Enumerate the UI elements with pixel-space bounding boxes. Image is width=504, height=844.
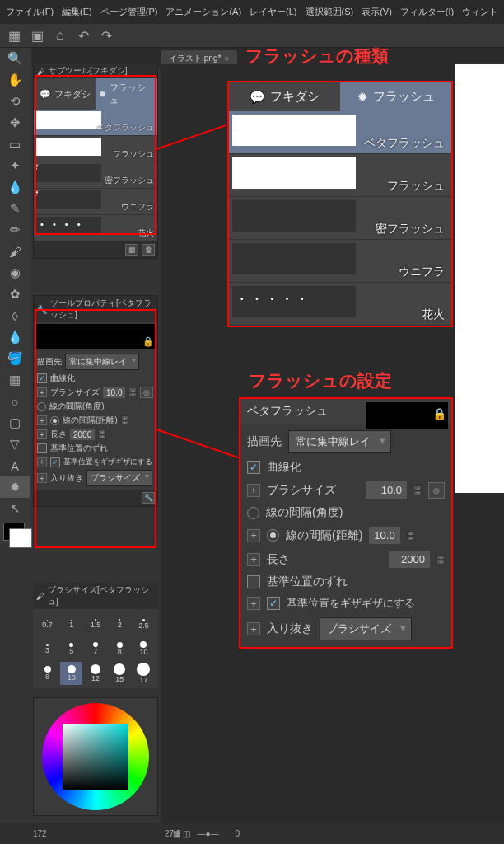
eyedropper-icon[interactable]: 💧 — [0, 176, 30, 198]
gap-dist-radio[interactable] — [267, 529, 279, 542]
enl-item-betaflash[interactable]: ベタフラッシュ — [229, 111, 451, 154]
enl-tab-balloon[interactable]: 💬 フキダシ — [229, 82, 340, 111]
settings-button[interactable]: 🔧 — [142, 492, 155, 504]
size-cell[interactable]: 2 — [109, 612, 131, 635]
length-spinner[interactable]: ▴▾ — [436, 555, 445, 565]
frame-icon[interactable]: ▢ — [0, 412, 30, 434]
length-value[interactable]: 2000 — [389, 551, 430, 568]
enl-tab-flash[interactable]: ✹ フラッシュ — [340, 82, 451, 111]
move-icon[interactable]: ✥ — [0, 112, 30, 134]
menu-window[interactable]: ウィント — [458, 3, 502, 21]
curve-checkbox[interactable]: ✓ — [247, 461, 260, 474]
gap-dist-spinner[interactable]: ▴▾ — [121, 415, 129, 425]
size-cell[interactable]: 1 — [60, 612, 82, 635]
menu-layer[interactable]: レイヤー(L) — [245, 3, 301, 21]
curve-checkbox[interactable]: ✓ — [37, 373, 47, 383]
airbrush-icon[interactable]: ◉ — [0, 262, 30, 284]
size-cell[interactable]: 7 — [84, 637, 106, 660]
gap-dist-spinner[interactable]: ▴▾ — [407, 531, 415, 541]
brush-dynamics-button[interactable]: ◎ — [428, 482, 445, 499]
blend-icon[interactable]: 💧 — [0, 326, 30, 348]
expand-button[interactable]: + — [37, 473, 47, 483]
status-icons[interactable]: ▦ ◫ — [173, 829, 190, 838]
expand-button[interactable]: + — [247, 622, 260, 635]
expand-button[interactable]: + — [37, 429, 47, 439]
brush-size-value[interactable]: 10.0 — [103, 387, 125, 398]
decoration-icon[interactable]: ✿ — [0, 284, 30, 305]
brush-icon[interactable]: 🖌 — [0, 241, 30, 262]
subtool-item-flash[interactable]: フラッシュ — [34, 136, 157, 162]
draw-dest-dropdown[interactable]: 常に集中線レイ — [288, 430, 391, 453]
menu-file[interactable]: ファイル(F) — [2, 3, 58, 21]
lock-icon[interactable]: 🔒 — [432, 407, 446, 420]
toolbar-open-icon[interactable]: ▣ — [26, 26, 49, 45]
ruler-icon[interactable]: ▽ — [0, 434, 30, 455]
hand-icon[interactable]: ✋ — [0, 69, 30, 91]
brush-size-spinner[interactable]: ▴▾ — [128, 387, 137, 397]
rotate-icon[interactable]: ⟲ — [0, 91, 30, 112]
lock-icon[interactable]: 🔒 — [142, 336, 154, 347]
size-cell[interactable]: 8 — [109, 637, 131, 660]
gradient-icon[interactable]: ▦ — [0, 369, 30, 391]
enl-item-dense[interactable]: 密フラッシュ — [229, 197, 451, 240]
color-square[interactable] — [63, 724, 128, 790]
subtool-item-uni[interactable]: ウニフラ — [34, 189, 157, 215]
menu-edit[interactable]: 編集(E) — [58, 3, 96, 21]
text-icon[interactable]: A — [0, 455, 30, 476]
zoom-icon[interactable]: 🔍 — [0, 48, 30, 69]
menu-view[interactable]: 表示(V) — [357, 3, 396, 21]
delete-button[interactable]: 🗑 — [142, 244, 155, 256]
close-icon[interactable]: × — [224, 54, 229, 63]
offset-checkbox[interactable]: ✓ — [37, 443, 47, 453]
size-cell[interactable]: 17 — [133, 662, 155, 685]
size-cell[interactable]: 3 — [36, 637, 58, 660]
expand-button[interactable]: + — [37, 387, 47, 397]
size-cell[interactable]: 2.5 — [133, 612, 155, 635]
size-cell[interactable]: 1.5 — [84, 612, 106, 635]
enl-item-firework[interactable]: 花火 — [229, 283, 451, 326]
toolbar-redo-icon[interactable]: ↷ — [95, 26, 118, 45]
size-cell[interactable]: 5 — [60, 637, 82, 660]
balloon-icon[interactable]: ✹ — [0, 476, 30, 498]
draw-dest-dropdown[interactable]: 常に集中線レイ — [65, 354, 139, 370]
marquee-icon[interactable]: ▭ — [0, 134, 30, 155]
gap-dist-radio[interactable] — [50, 416, 59, 425]
expand-button[interactable]: + — [37, 457, 47, 467]
size-cell[interactable]: 12 — [84, 662, 106, 685]
length-value[interactable]: 2000 — [70, 429, 95, 440]
subtool-item-firework[interactable]: 花火 — [34, 215, 157, 241]
jagged-checkbox[interactable]: ✓ — [50, 457, 60, 467]
expand-button[interactable]: + — [247, 597, 260, 610]
size-cell[interactable]: 10 — [133, 637, 155, 660]
angle-value[interactable]: 0 — [236, 829, 240, 838]
toolbar-save-icon[interactable]: ⌂ — [49, 26, 72, 45]
menu-anim[interactable]: アニメーション(A) — [161, 3, 245, 21]
menu-page[interactable]: ページ管理(P) — [96, 3, 162, 21]
toolbar-new-icon[interactable]: ▦ — [2, 26, 26, 45]
gap-dist-value[interactable]: 10.0 — [369, 527, 399, 544]
pencil-icon[interactable]: ✏ — [0, 219, 30, 241]
shape-icon[interactable]: ○ — [0, 391, 30, 412]
expand-button[interactable]: + — [247, 553, 260, 566]
expand-button[interactable]: + — [37, 415, 47, 425]
gap-angle-radio[interactable] — [247, 507, 259, 519]
expand-button[interactable]: + — [247, 529, 260, 542]
subtool-tab-balloon[interactable]: 💬 フキダシ — [34, 78, 96, 110]
eraser-icon[interactable]: ◊ — [0, 305, 30, 326]
color-wheel[interactable] — [42, 703, 149, 810]
expand-button[interactable]: + — [247, 484, 260, 497]
inout-dropdown[interactable]: ブラシサイズ — [86, 470, 152, 486]
subtool-item-betaflash[interactable]: ベタフラッシュ — [34, 110, 157, 136]
correct-icon[interactable]: ↖ — [0, 498, 30, 519]
color-swatch[interactable] — [3, 523, 25, 541]
brush-size-spinner[interactable]: ▴▾ — [413, 485, 422, 495]
jagged-checkbox[interactable]: ✓ — [267, 597, 280, 610]
toolbar-undo-icon[interactable]: ↶ — [72, 26, 95, 45]
offset-checkbox[interactable]: ✓ — [247, 575, 260, 588]
size-cell[interactable]: 0.7 — [36, 612, 58, 635]
subtool-tab-flash[interactable]: ✹ フラッシュ — [96, 78, 157, 110]
size-cell[interactable]: 8 — [36, 662, 58, 685]
enl-item-flash[interactable]: フラッシュ — [229, 154, 451, 197]
add-button[interactable]: ▦ — [125, 244, 138, 256]
menu-filter[interactable]: フィルター(I) — [396, 3, 458, 21]
